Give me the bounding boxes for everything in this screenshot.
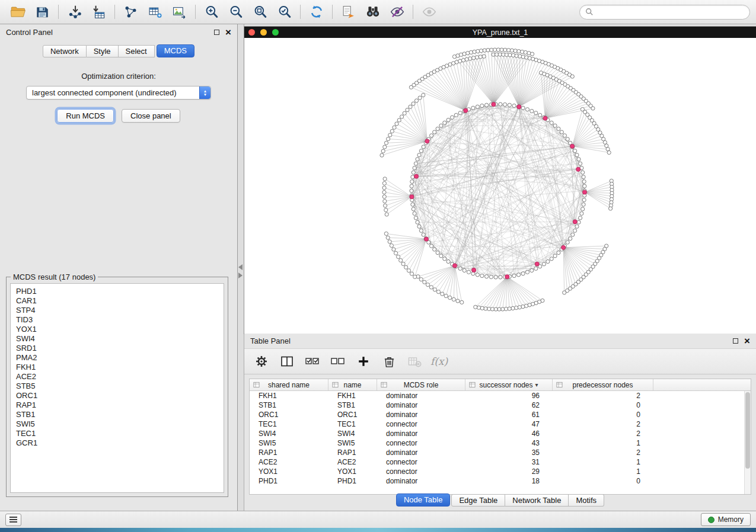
sort-indicator-icon[interactable]: ▾	[535, 382, 538, 388]
table-row[interactable]: TEC1TEC1connector472	[250, 419, 751, 429]
tab-edge-table[interactable]: Edge Table	[451, 494, 505, 507]
dominator-node[interactable]	[582, 190, 586, 194]
table-row[interactable]: YOX1YOX1connector291	[250, 467, 751, 476]
dominator-node[interactable]	[562, 245, 566, 249]
column-header-name[interactable]: name	[328, 379, 377, 390]
tab-network[interactable]: Network	[43, 45, 87, 57]
table-row[interactable]: RAP1RAP1dominator352	[250, 448, 751, 457]
mcds-result-item[interactable]: ACE2	[11, 372, 224, 382]
zoom-window-icon[interactable]	[272, 29, 279, 36]
delete-table-icon[interactable]	[407, 354, 422, 369]
column-layout-icon[interactable]	[279, 354, 295, 369]
export-image-icon[interactable]	[167, 2, 192, 22]
network-graph[interactable]	[244, 38, 756, 334]
tab-motifs[interactable]: Motifs	[569, 494, 604, 507]
close-window-icon[interactable]	[248, 29, 255, 36]
mcds-result-item[interactable]: RAP1	[11, 400, 224, 410]
zoom-selected-icon[interactable]	[272, 2, 296, 22]
table-row[interactable]: ORC1ORC1dominator610	[250, 410, 751, 419]
dominator-node[interactable]	[535, 262, 539, 266]
mcds-result-item[interactable]: SWI4	[11, 334, 224, 344]
dominator-node[interactable]	[517, 105, 521, 109]
table-row[interactable]: STB1STB1dominator620	[250, 400, 751, 410]
mcds-result-item[interactable]: GCR1	[11, 438, 224, 448]
dominator-node[interactable]	[464, 108, 468, 113]
settings-gear-icon[interactable]	[254, 354, 269, 369]
save-session-icon[interactable]	[30, 2, 55, 22]
tab-mcds[interactable]: MCDS	[157, 44, 194, 57]
tab-network-table[interactable]: Network Table	[505, 494, 569, 507]
table-row[interactable]: SWI4SWI4dominator462	[250, 429, 751, 438]
find-icon[interactable]	[361, 2, 385, 22]
dominator-node[interactable]	[472, 268, 476, 272]
dominator-node[interactable]	[410, 195, 414, 199]
column-header-predecessor-nodes[interactable]: predecessor nodes	[553, 379, 653, 390]
mcds-result-item[interactable]: TID3	[11, 315, 224, 325]
panel-menu-button[interactable]	[5, 514, 21, 526]
import-table-file-icon[interactable]	[87, 2, 111, 22]
search-input[interactable]	[597, 8, 744, 17]
function-builder-icon[interactable]: f(x)	[430, 355, 448, 367]
new-network-icon[interactable]	[119, 2, 143, 22]
column-header-shared-name[interactable]: shared name	[250, 379, 328, 390]
refresh-layout-icon[interactable]	[304, 2, 328, 22]
dominator-node[interactable]	[576, 167, 580, 171]
mcds-result-item[interactable]: STB5	[11, 382, 224, 391]
close-panel-icon[interactable]: ×	[225, 27, 231, 37]
network-canvas[interactable]	[244, 38, 756, 334]
column-header-successor-nodes[interactable]: successor nodes▾	[465, 379, 553, 390]
mcds-result-item[interactable]: SRD1	[11, 344, 224, 353]
dominator-node[interactable]	[425, 139, 429, 143]
float-window-icon[interactable]	[214, 30, 219, 35]
mcds-result-list[interactable]: PHD1CAR1STP4TID3YOX1SWI4SRD1PMA2FKH1ACE2…	[10, 283, 224, 493]
zoom-in-icon[interactable]	[199, 2, 224, 22]
open-session-icon[interactable]	[6, 2, 30, 22]
new-table-icon[interactable]	[143, 2, 167, 22]
search-box[interactable]	[579, 5, 750, 20]
mcds-result-item[interactable]: FKH1	[11, 363, 224, 372]
add-column-icon[interactable]	[356, 354, 371, 369]
mcds-result-item[interactable]: CAR1	[11, 296, 224, 306]
table-row[interactable]: FKH1FKH1dominator962	[250, 391, 751, 400]
zoom-out-icon[interactable]	[224, 2, 248, 22]
mcds-result-item[interactable]: PMA2	[11, 353, 224, 363]
hide-selected-icon[interactable]	[385, 2, 409, 22]
dominator-node[interactable]	[414, 174, 419, 178]
memory-button[interactable]: Memory	[701, 513, 751, 526]
table-row[interactable]: PHD1PHD1dominator180	[250, 476, 751, 486]
table-row[interactable]: ACE2ACE2connector311	[250, 457, 751, 467]
dominator-node[interactable]	[573, 220, 577, 224]
dominator-node[interactable]	[492, 102, 496, 107]
close-panel-button[interactable]: Close panel	[122, 109, 180, 123]
expand-right-icon[interactable]	[238, 273, 243, 278]
tab-select[interactable]: Select	[119, 45, 155, 57]
tab-node-table[interactable]: Node Table	[396, 493, 451, 507]
deselect-all-icon[interactable]	[330, 354, 346, 369]
mcds-result-item[interactable]: YOX1	[11, 325, 224, 334]
criterion-dropdown[interactable]: largest connected component (undirected)…	[26, 86, 211, 100]
mcds-result-item[interactable]: PHD1	[11, 287, 224, 296]
column-header-MCDS-role[interactable]: MCDS role	[377, 379, 465, 390]
mcds-result-item[interactable]: TEC1	[11, 429, 224, 438]
scrollbar-thumb[interactable]	[745, 392, 750, 469]
table-scrollbar[interactable]	[744, 391, 751, 494]
dominator-node[interactable]	[452, 264, 457, 268]
delete-column-icon[interactable]	[381, 354, 397, 369]
collapse-left-icon[interactable]	[238, 264, 243, 270]
dominator-node[interactable]	[543, 116, 547, 120]
select-all-icon[interactable]	[305, 354, 320, 369]
split-pane-divider[interactable]	[238, 24, 244, 511]
show-all-icon[interactable]	[417, 2, 441, 22]
mcds-result-item[interactable]: ORC1	[11, 391, 224, 400]
minimize-window-icon[interactable]	[260, 29, 267, 36]
run-mcds-button[interactable]: Run MCDS	[57, 109, 114, 123]
dominator-node[interactable]	[570, 144, 575, 148]
float-window-icon[interactable]	[733, 338, 738, 344]
zoom-fit-icon[interactable]	[248, 2, 272, 22]
network-window-titlebar[interactable]: YPA_prune.txt_1	[244, 27, 756, 38]
dominator-node[interactable]	[424, 237, 428, 241]
mcds-result-item[interactable]: SWI5	[11, 419, 224, 429]
mcds-result-item[interactable]: STB1	[11, 410, 224, 419]
copy-style-icon[interactable]	[336, 2, 361, 22]
dominator-node[interactable]	[505, 275, 509, 279]
